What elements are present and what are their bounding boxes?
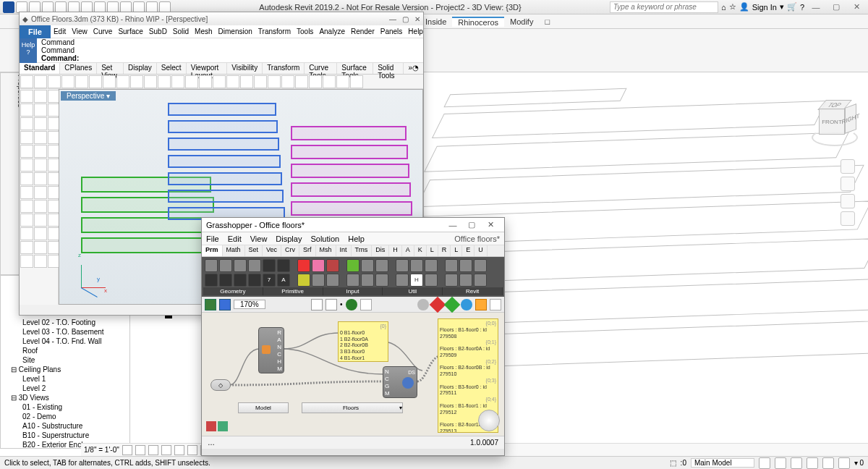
list-item[interactable]: Level 02 - T.O. Footing [1,318,129,327]
tool-icon[interactable] [336,75,349,88]
component-icon[interactable] [219,274,232,287]
tab-select[interactable]: Select [157,63,187,74]
component-icon[interactable] [312,259,325,272]
gh-preview-icon[interactable] [346,299,357,310]
component-icon[interactable] [205,259,218,272]
component-icon[interactable] [297,274,310,287]
render-icon[interactable] [20,227,33,240]
menu-view[interactable]: View [72,28,88,35]
list-item[interactable]: Site [1,355,129,365]
gh-canvas[interactable]: ◇ RANCHM {0} 0 B1-floor0 1 B2-floor0A 2 … [202,313,504,436]
line-icon[interactable] [20,103,33,117]
tool-icon[interactable] [34,255,47,268]
drag-elements-icon[interactable] [838,457,850,469]
rhino-file-tab[interactable]: File [20,25,51,38]
category-input[interactable]: Input [323,287,383,295]
gh-sketch-icon[interactable] [360,299,372,310]
component-icon[interactable]: 7 [263,274,276,287]
help-icon[interactable]: ? [800,3,804,12]
category-geometry[interactable]: Geometry [203,287,263,295]
visual-style-icon[interactable] [135,445,145,455]
copy-icon[interactable] [89,75,102,88]
tool-icon[interactable] [309,75,322,88]
rhino-command-prompt[interactable]: Command: [37,54,423,62]
component-icon[interactable] [326,259,339,272]
tab-set[interactable]: Set [245,245,263,256]
select-links-icon[interactable] [775,457,786,469]
detail-level-icon[interactable] [122,445,132,455]
component-icon[interactable] [346,274,359,287]
menu-render[interactable]: Render [351,28,375,35]
gh-disable-icon[interactable] [417,299,429,310]
menu-surface[interactable]: Surface [118,28,142,35]
tab-standard[interactable]: Standard [20,63,60,74]
list-item[interactable]: Level 03 - T.O. Basement [1,327,129,337]
rhino-title-bar[interactable]: ◆ Office Floors.3dm (373 KB) - Rhino WIP… [20,12,423,25]
tool-icon[interactable] [20,241,33,254]
tool-icon[interactable] [34,241,47,254]
tab-r[interactable]: R [438,245,451,256]
menu-dimension[interactable]: Dimension [218,28,252,35]
split-icon[interactable] [20,200,33,213]
lasso-icon[interactable] [34,90,47,103]
filter-icon[interactable] [759,457,770,469]
gh-param-geometry[interactable]: ◇ [210,379,231,391]
menu-mesh[interactable]: Mesh [195,28,212,35]
tab-msh[interactable]: Msh [316,245,336,256]
gh-title-bar[interactable]: Grasshopper - Office floors* — ▢ ✕ [202,218,504,232]
properties-icon[interactable] [240,75,253,88]
component-icon[interactable] [234,274,247,287]
extend-icon[interactable] [34,200,47,213]
list-item[interactable]: 01 - Existing [1,402,129,412]
exchange-icon[interactable]: ▾ [780,2,784,12]
cube-right[interactable]: RIGHT [845,103,856,134]
menu-subd[interactable]: SubD [149,28,167,35]
tab-srf[interactable]: Srf [299,245,316,256]
component-icon[interactable] [263,259,276,272]
menu-view[interactable]: View [250,234,268,243]
browser-category[interactable]: ⊟ Ceiling Plans [1,365,129,374]
tab-k[interactable]: K [414,245,427,256]
tab-math[interactable]: Math [223,245,245,256]
shade-icon[interactable] [199,75,212,88]
tab-modify[interactable]: Modify [504,17,539,26]
list-item[interactable]: B10 - Superstructure [1,431,129,440]
list-item[interactable]: Level 04 - T.O. Fnd. Wall [1,337,129,346]
component-icon[interactable] [375,274,388,287]
component-icon[interactable] [248,274,261,287]
category-util[interactable]: Util [383,287,443,295]
model-selector[interactable]: Main Model [691,458,754,468]
tab-display[interactable]: Display [124,63,157,74]
tool-icon[interactable] [34,227,47,240]
surface-icon[interactable] [20,145,33,158]
component-icon[interactable] [410,259,423,272]
tab-solid-tools[interactable]: Solid Tools [373,63,404,74]
gh-named-view-icon[interactable] [326,299,337,310]
component-icon[interactable] [361,274,374,287]
tab-vec[interactable]: Vec [263,245,281,256]
gh-close-button[interactable]: ✕ [481,220,500,229]
tab-curve-tools[interactable]: Curve Tools [305,63,337,74]
solid-icon[interactable] [34,145,47,158]
scale-icon[interactable] [20,172,33,185]
tab-crv[interactable]: Crv [281,245,299,256]
curve-icon[interactable] [20,131,33,144]
redo-icon[interactable] [130,75,143,88]
component-icon[interactable] [277,259,290,272]
gh-minimize-button[interactable]: — [443,221,462,229]
menu-help[interactable]: Help [348,234,365,243]
tab-h[interactable]: H [389,245,402,256]
gh-selected-only-icon[interactable] [461,299,472,310]
menu-edit[interactable]: Edit [228,234,242,243]
copy-icon[interactable] [34,159,47,172]
move-icon[interactable] [20,159,33,172]
select-pinned-icon[interactable] [807,457,818,469]
select-face-icon[interactable] [822,457,834,469]
menu-curve[interactable]: Curve [93,28,113,35]
menu-solid[interactable]: Solid [173,28,189,35]
tool-icon[interactable] [350,75,363,88]
text-icon[interactable] [34,131,47,144]
gh-value-list-floors[interactable]: Floors ▾ [302,402,403,413]
mirror-icon[interactable] [34,172,47,185]
boolean-icon[interactable] [34,214,47,227]
